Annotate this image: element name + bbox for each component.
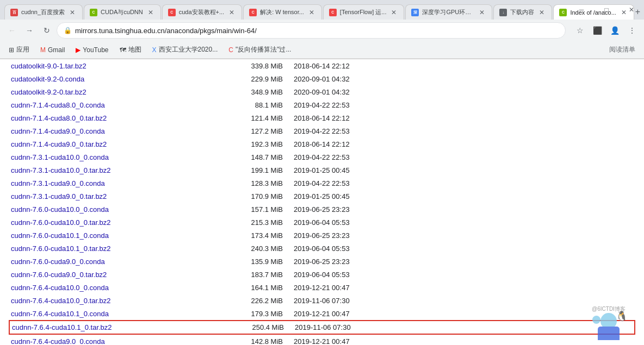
tab-tab4[interactable]: C解决: W tensor...✕: [243, 4, 322, 20]
file-row: cudnn-7.6.0-cuda10.0_0.conda157.1 MiB201…: [11, 203, 633, 216]
file-link[interactable]: cudnn-7.6.4-cuda10.0_0.conda: [11, 284, 228, 292]
back-button[interactable]: ←: [4, 23, 20, 38]
tab-label-tab3: cuda安装教程+...: [179, 8, 224, 16]
bookmarks-button[interactable]: ☆: [572, 23, 587, 38]
file-date: 2018-06-14 22:12: [294, 62, 381, 70]
file-size: 215.3 MiB: [228, 218, 294, 227]
file-row: cudnn-7.1.4-cuda8.0_0.tar.bz2121.4 MiB20…: [11, 111, 633, 124]
file-link[interactable]: cudnn-7.6.0-cuda10.1_0.conda: [11, 231, 228, 240]
file-link[interactable]: cudatoolkit-9.2-0.tar.bz2: [11, 88, 228, 96]
tab-close-tab7[interactable]: ✕: [537, 8, 546, 17]
tab-close-tab1[interactable]: ✕: [68, 8, 77, 17]
address-text: mirrors.tuna.tsinghua.edu.cn/anaconda/pk…: [75, 27, 559, 35]
file-link[interactable]: cudnn-7.6.4-cuda9.0_0.conda: [11, 337, 228, 346]
file-link[interactable]: cudnn-7.6.0-cuda10.0_0.conda: [11, 205, 228, 214]
menu-button[interactable]: ⋮: [624, 23, 640, 38]
file-date: 2018-06-14 22:12: [294, 140, 381, 148]
bookmark-maps-label: 地图: [128, 45, 141, 54]
file-link[interactable]: cudnn-7.3.1-cuda9.0_0.tar.bz2: [11, 192, 228, 200]
forward-button[interactable]: →: [22, 23, 37, 38]
file-link[interactable]: cudnn-7.1.4-cuda8.0_0.tar.bz2: [11, 114, 228, 122]
close-button[interactable]: ✕: [619, 1, 644, 18]
file-size: 179.3 MiB: [228, 310, 294, 318]
tab-tab3[interactable]: Ccuda安装教程+...✕: [162, 4, 242, 20]
file-row: cudatoolkit-9.0-1.tar.bz2339.8 MiB2018-0…: [11, 59, 633, 72]
file-link[interactable]: cudnn-7.6.4-cuda10.1_0.conda: [11, 310, 228, 318]
file-date: 2019-06-25 23:23: [294, 205, 381, 214]
tab-tab7[interactable]: ↓下载内容✕: [493, 4, 552, 20]
gmail-icon: M: [40, 46, 46, 54]
file-date: 2019-04-22 22:53: [294, 127, 381, 135]
browser-actions: ☆ ⬛ 👤 ⋮: [572, 23, 640, 38]
bookmark-maps[interactable]: 🗺 地图: [115, 44, 146, 55]
file-link[interactable]: cudnn-7.6.0-cuda10.0_0.tar.bz2: [11, 218, 228, 227]
tab-close-tab5[interactable]: ✕: [389, 8, 398, 17]
file-row: cudnn-7.6.0-cuda9.0_0.tar.bz2183.7 MiB20…: [11, 268, 633, 281]
file-list[interactable]: cudatoolkit-9.0-1.tar.bz2339.8 MiB2018-0…: [0, 59, 644, 345]
youtube-icon: ▶: [76, 46, 81, 54]
bookmark-apps[interactable]: ⊞ 应用: [4, 44, 34, 55]
file-link[interactable]: cudnn-7.6.0-cuda10.1_0.tar.bz2: [11, 244, 228, 253]
file-row: cudnn-7.1.4-cuda9.0_0.tar.bz2192.3 MiB20…: [11, 137, 633, 150]
file-row: cudnn-7.6.0-cuda10.1_0.conda173.4 MiB201…: [11, 229, 633, 242]
tab-tab5[interactable]: C[TensorFlow] 运...✕: [323, 4, 405, 20]
profile-button[interactable]: 👤: [607, 23, 622, 38]
file-link[interactable]: cudnn-7.6.0-cuda9.0_0.tar.bz2: [11, 271, 228, 279]
tab-close-tab4[interactable]: ✕: [307, 8, 316, 17]
file-link[interactable]: cudnn-7.6.4-cuda10.1_0.tar.bz2: [12, 323, 230, 331]
file-link[interactable]: cudatoolkit-9.0-1.tar.bz2: [11, 62, 228, 70]
tab-label-tab4: 解决: W tensor...: [260, 8, 304, 16]
tab-favicon-tab5: C: [329, 9, 337, 16]
tab-close-tab6[interactable]: ✕: [478, 8, 486, 17]
tab-favicon-tab2: C: [90, 9, 97, 16]
tab-tab2[interactable]: CCUDA与cuDNN✕: [84, 4, 161, 20]
navigation-bar: ← → ↻ 🔒 mirrors.tuna.tsinghua.edu.cn/ana…: [0, 20, 644, 41]
file-link[interactable]: cudnn-7.6.4-cuda10.0_0.tar.bz2: [11, 297, 228, 305]
file-link[interactable]: cudnn-7.1.4-cuda8.0_0.conda: [11, 101, 228, 109]
file-size: 127.2 MiB: [228, 127, 294, 135]
tab-close-tab3[interactable]: ✕: [227, 8, 236, 17]
reload-button[interactable]: ↻: [39, 23, 54, 38]
file-link[interactable]: cudatoolkit-9.2-0.conda: [11, 75, 228, 83]
file-size: 229.9 MiB: [228, 75, 294, 83]
file-size: 121.4 MiB: [228, 114, 294, 122]
tab-close-tab2[interactable]: ✕: [146, 8, 155, 17]
xatu-icon: X: [152, 46, 157, 54]
file-size: 148.7 MiB: [228, 153, 294, 161]
file-date: 2019-01-25 00:45: [294, 166, 381, 174]
file-date: 2020-09-01 04:32: [294, 88, 381, 96]
file-date: 2019-12-21 00:47: [294, 337, 381, 346]
file-size: 164.1 MiB: [228, 284, 294, 292]
file-size: 135.9 MiB: [228, 258, 294, 266]
file-date: 2019-06-04 05:53: [294, 218, 381, 227]
file-link[interactable]: cudnn-7.3.1-cuda9.0_0.conda: [11, 179, 228, 187]
minimize-button[interactable]: ─: [569, 1, 594, 18]
file-link[interactable]: cudnn-7.1.4-cuda9.0_0.tar.bz2: [11, 140, 228, 148]
tab-tab6[interactable]: 深深度学习GPU环境...✕: [405, 4, 492, 20]
file-row: cudnn-7.6.0-cuda10.1_0.tar.bz2240.3 MiB2…: [11, 242, 633, 255]
file-size: 157.1 MiB: [228, 205, 294, 214]
file-size: 339.8 MiB: [228, 62, 294, 70]
tab-favicon-tab6: 深: [411, 9, 419, 16]
extensions-button[interactable]: ⬛: [590, 23, 605, 38]
content-area: cudatoolkit-9.0-1.tar.bz2339.8 MiB2018-0…: [0, 59, 644, 345]
reading-mode-button[interactable]: 阅读清单: [605, 44, 640, 55]
file-size: 170.9 MiB: [228, 192, 294, 200]
file-size: 173.4 MiB: [228, 231, 294, 240]
file-link[interactable]: cudnn-7.3.1-cuda10.0_0.conda: [11, 153, 228, 161]
file-link[interactable]: cudnn-7.6.0-cuda9.0_0.conda: [11, 258, 228, 266]
file-link[interactable]: cudnn-7.3.1-cuda10.0_0.tar.bz2: [11, 166, 228, 174]
maximize-button[interactable]: □: [594, 1, 619, 18]
file-link[interactable]: cudnn-7.1.4-cuda9.0_0.conda: [11, 127, 228, 135]
address-bar[interactable]: 🔒 mirrors.tuna.tsinghua.edu.cn/anaconda/…: [57, 22, 566, 39]
bookmark-youtube[interactable]: ▶ YouTube: [71, 45, 113, 55]
bookmark-gmail[interactable]: M Gmail: [36, 45, 69, 55]
bookmark-xatu[interactable]: X 西安工业大学2020...: [148, 44, 222, 55]
browser-chrome: 百cudnn_百度搜索✕CCUDA与cuDNN✕Ccuda安装教程+...✕C解…: [0, 0, 644, 59]
file-date: 2019-06-04 05:53: [294, 271, 381, 279]
file-row: cudnn-7.6.4-cuda10.1_0.tar.bz2250.4 MiB2…: [9, 320, 635, 335]
lock-icon: 🔒: [64, 27, 72, 34]
tab-tab1[interactable]: 百cudnn_百度搜索✕: [4, 4, 83, 20]
bookmark-article[interactable]: C "反向传播算法"过...: [224, 44, 295, 55]
maps-icon: 🗺: [120, 46, 126, 54]
